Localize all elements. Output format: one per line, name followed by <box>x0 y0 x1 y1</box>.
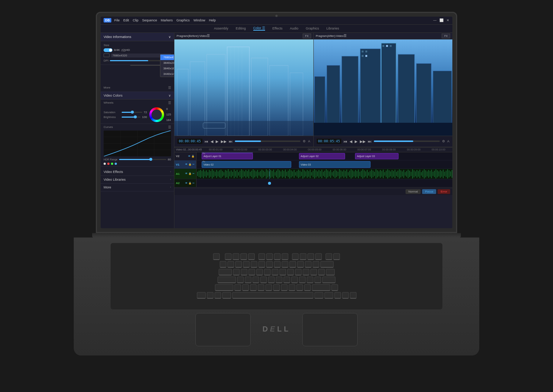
video-info-header[interactable]: Video Informations ∨ <box>101 33 174 41</box>
status-focus[interactable]: Focus <box>422 189 436 194</box>
color-wheel[interactable] <box>149 107 164 122</box>
key-up[interactable] <box>331 284 338 291</box>
key-l[interactable] <box>299 277 306 283</box>
key-tab[interactable] <box>219 269 232 275</box>
lock-icon[interactable]: 🔒 <box>191 155 195 158</box>
key-enter-top[interactable] <box>326 269 335 275</box>
clip-adjust-layer-02[interactable]: Adjust Layer 02 <box>299 153 345 159</box>
key-y[interactable] <box>272 269 278 275</box>
tab-libraries[interactable]: Libraries <box>326 27 339 30</box>
btn-prev-left[interactable]: ◀ <box>211 139 213 143</box>
key-7[interactable] <box>274 261 281 268</box>
key-f10[interactable] <box>300 253 306 260</box>
key-f[interactable] <box>260 277 267 283</box>
key-v[interactable] <box>258 284 264 291</box>
key-semi[interactable] <box>307 277 313 283</box>
key-k[interactable] <box>291 277 298 283</box>
nav-video-libraries[interactable]: Video Libraries › <box>101 176 174 184</box>
key-e[interactable] <box>248 269 255 275</box>
btn-end-left[interactable]: ⏭ <box>229 139 233 143</box>
menu-help[interactable]: Help <box>209 18 216 22</box>
btn-play-right[interactable]: ▶ <box>355 139 358 143</box>
key-5[interactable] <box>258 261 265 268</box>
key-rshift[interactable] <box>312 284 330 291</box>
key-comma[interactable] <box>289 284 295 291</box>
progress-left[interactable] <box>235 141 301 142</box>
key-g[interactable] <box>268 277 275 283</box>
key-1[interactable] <box>227 261 234 268</box>
key-ralt[interactable] <box>314 292 323 299</box>
btn-play-left[interactable]: ▶ <box>216 139 219 143</box>
progress-right[interactable] <box>374 141 440 142</box>
key-h[interactable] <box>276 277 282 283</box>
key-d[interactable] <box>253 277 259 283</box>
tab-editing[interactable]: Editing <box>236 27 246 30</box>
menu-window[interactable]: Window <box>194 18 205 22</box>
key-f3[interactable] <box>240 253 247 260</box>
key-u[interactable] <box>279 269 286 275</box>
settings-right[interactable]: ⚙ <box>442 139 445 143</box>
lock-icon-a2[interactable]: 🔒 <box>188 182 192 185</box>
key-esc[interactable] <box>213 253 220 260</box>
saturation-slider[interactable] <box>122 112 142 113</box>
key-lshift[interactable] <box>215 284 233 291</box>
key-super[interactable] <box>215 292 221 299</box>
key-z[interactable] <box>234 284 241 291</box>
key-t[interactable] <box>264 269 271 275</box>
key-down[interactable] <box>342 292 349 299</box>
key-left[interactable] <box>334 292 341 299</box>
key-f9[interactable] <box>292 253 299 260</box>
brightness-slider[interactable] <box>122 117 140 118</box>
key-f6[interactable] <box>266 253 273 260</box>
key-alt[interactable] <box>222 292 231 299</box>
dropdown-item-1[interactable]: 7680x4320 <box>160 55 174 60</box>
key-lbrace[interactable] <box>310 269 317 275</box>
marker-left[interactable]: A <box>308 139 310 143</box>
status-normal[interactable]: Normal <box>406 189 421 194</box>
key-del[interactable] <box>326 253 332 260</box>
key-caps[interactable] <box>218 277 236 283</box>
key-f1[interactable] <box>225 253 232 260</box>
key-6[interactable] <box>266 261 273 268</box>
key-f4[interactable] <box>248 253 255 260</box>
key-slash[interactable] <box>304 284 311 291</box>
key-f2[interactable] <box>233 253 239 260</box>
btn-start-right[interactable]: ⏮ <box>344 139 347 143</box>
trackpad-left[interactable] <box>195 313 251 346</box>
key-w[interactable] <box>241 269 247 275</box>
key-f7[interactable] <box>274 253 281 260</box>
key-a[interactable] <box>237 277 244 283</box>
btn-prev-right[interactable]: ◀ <box>349 139 352 143</box>
key-f11[interactable] <box>307 253 314 260</box>
dropdown-item-4[interactable]: 3440x1440 <box>160 71 174 77</box>
btn-next-left[interactable]: ▶▶ <box>221 139 227 143</box>
key-q[interactable] <box>233 269 240 275</box>
menu-clip[interactable]: Clip <box>133 18 139 22</box>
eye-icon-v1[interactable]: 👁 <box>185 163 188 166</box>
monitor-left-fit[interactable]: Fit <box>303 34 311 38</box>
video-colors-header[interactable]: Video Colors ∨ <box>101 92 174 100</box>
monitor-right-menu[interactable]: ☰ <box>344 34 347 38</box>
menu-sequence[interactable]: Sequence <box>142 18 157 22</box>
menu-file[interactable]: File <box>114 18 120 22</box>
key-8[interactable] <box>282 261 288 268</box>
marker-right[interactable]: A <box>447 139 449 143</box>
clip-video-03[interactable]: Video 03 <box>299 161 371 167</box>
settings-left[interactable]: ⚙ <box>303 139 306 143</box>
close-button[interactable]: ✕ <box>446 18 449 22</box>
minimize-button[interactable]: — <box>433 18 437 22</box>
monitor-right-fit[interactable]: Fit <box>442 34 450 38</box>
tab-color[interactable]: Color ☰ <box>253 26 265 31</box>
more-menu-icon[interactable]: ☰ <box>168 86 171 90</box>
toggle-8k[interactable] <box>104 48 112 52</box>
scissors-icon-a1[interactable]: ✂ <box>192 172 195 175</box>
curves-menu-icon[interactable]: ☰ <box>168 125 171 129</box>
key-rbrace[interactable] <box>318 269 325 275</box>
btn-end-right[interactable]: ⏭ <box>368 139 372 143</box>
nav-more[interactable]: More › <box>101 184 174 191</box>
eye-icon-a1[interactable]: 👁 <box>185 172 188 175</box>
key-quote[interactable] <box>314 277 321 283</box>
wheels-menu-icon[interactable]: ☰ <box>168 101 171 106</box>
key-minus[interactable] <box>305 261 312 268</box>
btn-next-right[interactable]: ▶▶ <box>360 139 366 143</box>
